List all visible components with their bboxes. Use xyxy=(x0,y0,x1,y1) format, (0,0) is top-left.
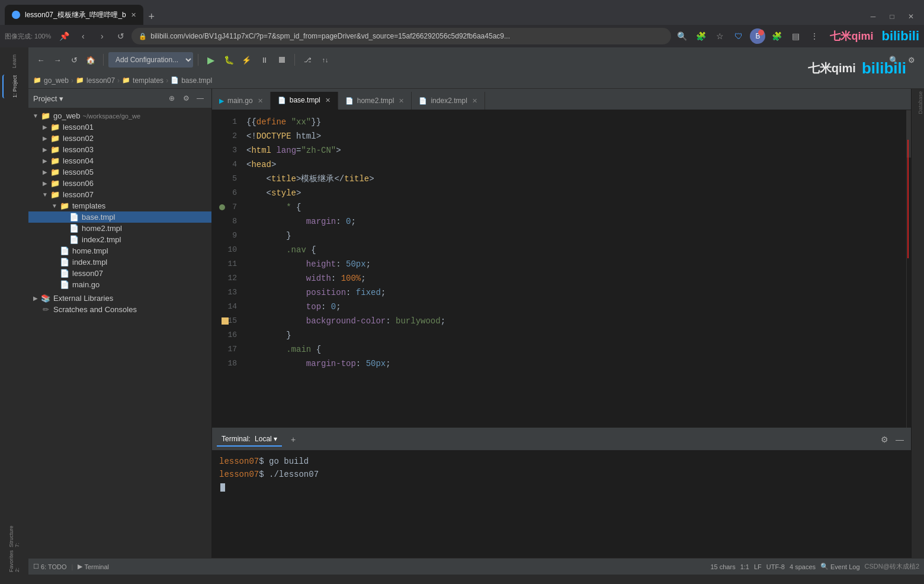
editor-tab-index2-tmpl[interactable]: 📄 index2.tmpl ✕ xyxy=(412,92,485,110)
editor-tab-main-go[interactable]: ▶ main.go ✕ xyxy=(212,92,271,110)
tree-item-templates[interactable]: ▼ 📁 templates xyxy=(28,200,211,211)
toolbar-forward-btn[interactable]: → xyxy=(50,52,65,68)
toolbar-refresh-btn[interactable]: ↺ xyxy=(66,52,82,68)
reload-button[interactable]: ↺ xyxy=(113,28,129,44)
side-structure-button[interactable]: 7: Structure xyxy=(2,524,26,547)
tab-label-home2-tmpl: home2.tmpl xyxy=(357,97,394,105)
tree-item-lesson02[interactable]: ▶ 📁 lesson02 xyxy=(28,133,211,144)
code-token: {{ xyxy=(246,115,256,129)
tree-item-lesson07[interactable]: ▼ 📁 lesson07 xyxy=(28,189,211,200)
toolbar-back-btn[interactable]: ← xyxy=(33,52,49,68)
breadcrumb-lesson07[interactable]: lesson07 xyxy=(86,76,115,85)
terminal-content[interactable]: lesson07 $ go build lesson07 $ ./lesson0… xyxy=(212,450,911,558)
tree-item-scratches[interactable]: ✏ Scratches and Consoles xyxy=(28,304,211,315)
close-button[interactable]: ✕ xyxy=(903,8,919,25)
sidebar-icon[interactable]: ▤ xyxy=(787,28,804,44)
side-learn-button[interactable]: Learn xyxy=(2,50,26,73)
code-token: : xyxy=(331,271,341,285)
code-line-13: position: fixed; xyxy=(242,285,906,300)
search-everywhere-button[interactable]: 🔍 xyxy=(886,52,901,68)
settings-button[interactable]: ⚙ xyxy=(904,52,919,68)
menu-icon[interactable]: ⋮ xyxy=(806,28,823,44)
panel-gear-btn[interactable]: ⚙ xyxy=(179,92,192,105)
tree-item-lesson01[interactable]: ▶ 📁 lesson01 xyxy=(28,121,211,133)
line-number-4: 4 xyxy=(232,158,237,172)
tab-close-main-go[interactable]: ✕ xyxy=(258,97,263,105)
forward-button[interactable]: › xyxy=(94,28,110,44)
code-line-11: height: 50px; xyxy=(242,257,906,271)
stop-button[interactable]: ⏹ xyxy=(274,52,290,68)
profile-run-button[interactable]: ⏸ xyxy=(256,52,272,68)
tree-item-lesson05[interactable]: ▶ 📁 lesson05 xyxy=(28,166,211,178)
line-number-16: 16 xyxy=(227,328,237,342)
bookmark-star-icon[interactable]: ☆ xyxy=(711,28,728,44)
status-todo[interactable]: ☐ 6: TODO xyxy=(33,563,67,570)
terminal-add-btn[interactable]: + xyxy=(287,433,300,446)
tree-item-lesson06[interactable]: ▶ 📁 lesson06 xyxy=(28,178,211,189)
code-token: : xyxy=(356,357,366,371)
tree-arrow-lesson01: ▶ xyxy=(40,124,50,130)
color-swatch-15 xyxy=(222,317,229,325)
tree-item-index-tmpl[interactable]: 📄 index.tmpl xyxy=(28,256,211,268)
vcs-button[interactable]: ↑↓ xyxy=(317,52,333,68)
tab-close-index2-tmpl[interactable]: ✕ xyxy=(472,97,477,105)
git-button[interactable]: ⎇ xyxy=(300,52,315,68)
tree-item-index2-tmpl[interactable]: 📄 index2.tmpl xyxy=(28,234,211,245)
status-terminal[interactable]: ▶ Terminal xyxy=(78,563,109,570)
right-database-label[interactable]: Database xyxy=(913,91,923,114)
terminal-cmd-2: $ ./lesson07 xyxy=(259,470,319,479)
line-num-17: 17 xyxy=(212,342,237,357)
tree-file-icon-index-tmpl: 📄 xyxy=(59,258,70,267)
code-token: fixed xyxy=(356,285,381,300)
code-token: : xyxy=(321,300,331,314)
panel-collapse-btn[interactable]: — xyxy=(194,92,207,105)
breadcrumb-templates[interactable]: templates xyxy=(133,76,163,85)
tree-item-lesson04[interactable]: ▶ 📁 lesson04 xyxy=(28,155,211,166)
tree-item-home2-tmpl[interactable]: 📄 home2.tmpl xyxy=(28,223,211,234)
back-button[interactable]: ‹ xyxy=(75,28,91,44)
status-event-log[interactable]: 🔍 Event Log xyxy=(820,563,860,570)
address-bar[interactable]: 🔒 bilibili.com/video/BV1gJ411p7xC/?p=7&s… xyxy=(131,28,671,44)
minimize-button[interactable]: ─ xyxy=(865,8,881,25)
debug-button[interactable]: 🐛 xyxy=(221,52,236,68)
tab-close-home2-tmpl[interactable]: ✕ xyxy=(399,97,404,105)
tree-item-root[interactable]: ▼ 📁 go_web ~/workspace/go_we xyxy=(28,110,211,121)
code-line-7: * { xyxy=(242,200,906,214)
tree-path-root: ~/workspace/go_we xyxy=(83,113,141,120)
side-favorites-button[interactable]: 2: Favorites xyxy=(2,548,26,572)
tab-close-button[interactable]: ✕ xyxy=(131,11,136,19)
code-editor[interactable]: 1 2 3 4 5 xyxy=(212,110,911,428)
maximize-button[interactable]: □ xyxy=(884,8,900,25)
project-config-selector[interactable]: Add Configuration... xyxy=(108,52,193,68)
tree-item-ext-libs[interactable]: ▶ 📚 External Libraries xyxy=(28,293,211,304)
tree-item-main-go[interactable]: 📄 main.go xyxy=(28,279,211,290)
toolbar-home-btn[interactable]: 🏠 xyxy=(83,52,98,68)
terminal-line-1: lesson07 $ go build xyxy=(219,455,904,468)
code-token: > xyxy=(336,143,341,158)
editor-tab-home2-tmpl[interactable]: 📄 home2.tmpl ✕ xyxy=(338,92,412,110)
terminal-tab-label[interactable]: Terminal: Local ▾ xyxy=(217,432,282,447)
search-icon[interactable]: 🔍 xyxy=(673,28,690,44)
terminal-settings-btn[interactable]: ⚙ xyxy=(878,433,891,446)
breadcrumb-go-web[interactable]: go_web xyxy=(44,76,69,85)
breadcrumb-file[interactable]: base.tmpl xyxy=(181,76,212,85)
tab-close-base-tmpl[interactable]: ✕ xyxy=(325,97,331,104)
run-button[interactable]: ▶ xyxy=(203,52,219,68)
minimap[interactable] xyxy=(906,110,911,428)
new-tab-button[interactable]: + xyxy=(143,8,160,25)
tree-item-lesson07-binary[interactable]: 📄 lesson07 xyxy=(28,268,211,279)
terminal-minimize-btn[interactable]: — xyxy=(893,433,906,446)
code-content[interactable]: {{define "xx"}} <!DOCTYPE html> <html la… xyxy=(242,110,906,428)
side-project-button[interactable]: 1: Project xyxy=(2,75,26,98)
active-tab[interactable]: lesson07_模板继承_哔哩哔哩_b ✕ xyxy=(5,5,143,25)
learn-label: Learn xyxy=(11,54,17,68)
tree-item-lesson03[interactable]: ▶ 📁 lesson03 xyxy=(28,144,211,155)
tree-item-home-tmpl[interactable]: 📄 home.tmpl xyxy=(28,245,211,256)
editor-tab-base-tmpl[interactable]: 📄 base.tmpl ✕ xyxy=(271,92,338,110)
tree-item-base-tmpl[interactable]: 📄 base.tmpl xyxy=(28,211,211,223)
coverage-button[interactable]: ⚡ xyxy=(239,52,254,68)
profile-button[interactable]: B xyxy=(749,28,766,44)
extensions-puzzle-icon[interactable]: 🧩 xyxy=(768,28,785,44)
extensions-icon[interactable]: 🧩 xyxy=(692,28,709,44)
panel-sync-btn[interactable]: ⊕ xyxy=(165,92,178,105)
